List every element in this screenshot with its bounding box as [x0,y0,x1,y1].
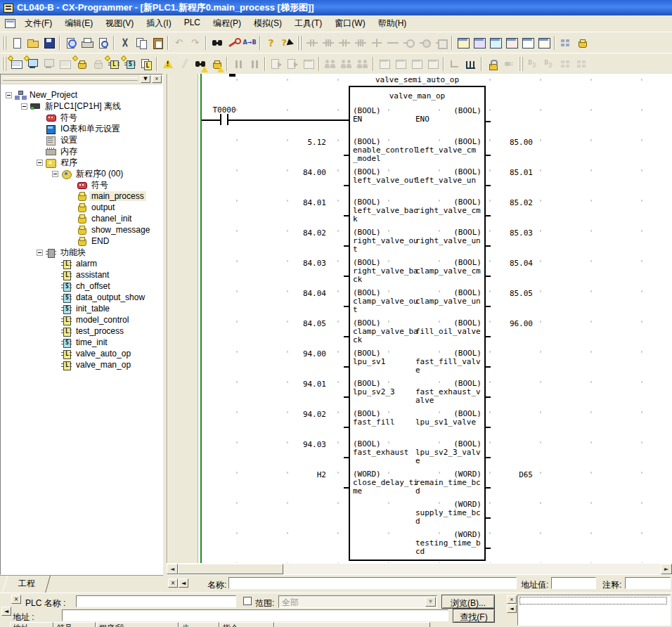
transfer-to-plc-button[interactable] [268,56,284,72]
comment-field[interactable] [625,577,671,589]
output-address-85.01[interactable]: 85.01 [492,168,533,177]
tree-item--plc1-cp1h-[interactable]: 新PLC1[CP1H] 离线 [1,101,162,112]
tree-item-main_process[interactable]: main_process [1,190,162,202]
online-work-toggle-button[interactable] [176,56,192,72]
menu-item-9[interactable]: 帮助(H) [372,15,413,32]
cross-reference-report-button[interactable] [557,35,574,51]
time-chart-monitor-button[interactable] [463,56,479,72]
result-column-6[interactable] [274,622,430,627]
menu-item-8[interactable]: 窗口(W) [328,15,371,32]
find-address-field[interactable] [62,609,448,621]
save-project-button[interactable] [41,35,57,51]
menu-item-4[interactable]: PLC [178,15,207,32]
scope-dropdown[interactable]: 全部 ▼ [278,595,437,608]
tree-item-test_process[interactable]: test_process [1,325,162,337]
copy-button[interactable] [133,35,149,51]
paste-button[interactable] [149,35,165,51]
tree-item-valve_auto_op[interactable]: valve_auto_op [1,348,162,359]
input-address-84.01[interactable]: 84.01 [266,198,326,207]
compile-check-button[interactable] [160,56,176,72]
replace-button[interactable] [225,35,241,51]
document-window-icon[interactable] [5,19,15,28]
online-edit-send-button[interactable] [338,56,354,72]
operand-name-field[interactable] [228,577,517,589]
input-address-84.02[interactable]: 84.02 [266,228,326,238]
menu-item-5[interactable]: 编程(P) [207,15,247,32]
pause-button[interactable] [230,56,246,72]
view-symbol-table-button[interactable] [8,56,25,72]
toolbar-grip[interactable] [519,57,523,71]
result-column-3[interactable]: 程序/段 [96,622,179,627]
input-address-94.02[interactable]: 94.02 [266,410,326,419]
new-closed-coil-button[interactable] [417,35,433,51]
tree-expander-icon[interactable] [21,103,27,110]
dropdown-arrow-icon[interactable]: ▼ [425,597,436,607]
panel-grip[interactable] [3,77,138,81]
tree-item--[interactable]: 符号 [1,112,162,123]
io-comment-view-button[interactable] [574,35,590,51]
watch-prev-button[interactable]: ◄ [507,605,517,613]
result-column-2[interactable]: 符号 [53,622,96,627]
tree-item--[interactable]: 符号 [1,179,162,190]
set-protection-button[interactable] [484,56,500,72]
cut-button[interactable] [117,35,133,51]
new-horizontal-line-button[interactable] [385,35,401,51]
program-check-options-button[interactable] [208,56,224,72]
pause-with-trigger-button[interactable] [246,56,262,72]
show-diagram-window-button[interactable] [455,35,471,51]
context-help-button[interactable] [279,35,295,51]
watch-list[interactable] [517,595,671,626]
tree-item--[interactable]: 功能块 [1,247,162,258]
menu-item-6[interactable]: 模拟(S) [247,15,288,32]
input-address-84.00[interactable]: 84.00 [266,168,326,177]
find-button[interactable] [209,35,225,51]
tree-expander-icon[interactable] [6,92,12,98]
differential-monitor-button[interactable] [446,56,463,72]
menu-item-2[interactable]: 视图(V) [99,15,140,32]
compare-with-plc-button[interactable] [300,56,316,72]
output-address-96.00[interactable]: 96.00 [492,319,533,328]
result-column-1[interactable]: 地址 [10,622,53,627]
input-address-84.03[interactable]: 84.03 [266,259,326,268]
input-address-84.05[interactable]: 84.05 [266,319,326,328]
tree-item-show_message[interactable]: show_message [1,224,162,235]
output-address-D65[interactable]: D65 [492,470,533,479]
new-contact-button[interactable] [304,35,320,51]
tree-item--0-00-[interactable]: 新程序0 (00) [1,168,162,179]
output-address-85.02[interactable]: 85.02 [492,198,533,207]
plc-name-field[interactable] [76,595,236,607]
monitor-hex-button[interactable] [408,56,425,72]
print-preview-button[interactable] [95,35,111,51]
tree-item-init_table[interactable]: init_table [1,303,162,314]
tree-item-data_output_show[interactable]: data_output_show [1,292,162,303]
toolbar-grip[interactable] [2,36,6,50]
tree-item-io-[interactable]: IO表和单元设置 [1,123,162,134]
print-button[interactable] [79,35,95,51]
data-trace-button[interactable] [525,56,541,72]
tree-item--[interactable]: 内存 [1,146,162,157]
change-all-button[interactable] [241,35,257,51]
tree-item--[interactable]: 程序 [1,157,162,168]
tree-item-ch_offset[interactable]: ch_offset [1,280,162,292]
scope-checkbox[interactable] [243,597,252,605]
io-table-button[interactable] [57,56,73,72]
watch-window-button[interactable] [487,35,503,51]
tree-item-output[interactable]: output [1,202,162,213]
contact-operand-label[interactable]: T0000 [206,105,243,115]
output-address-85.05[interactable]: 85.05 [492,289,533,298]
new-st-function-block-button[interactable] [122,56,138,72]
tree-item-valve_man_op[interactable]: valve_man_op [1,359,162,370]
tree-expander-icon[interactable] [52,171,58,177]
ladder-canvas[interactable]: T0000 valve_semi_auto_op valve_man_op (B… [167,74,672,563]
tree-item-end[interactable]: END [1,235,162,247]
scroll-right-button[interactable]: ► [661,564,672,574]
output-address-85.04[interactable]: 85.04 [492,259,533,268]
work-online-button[interactable] [25,56,41,72]
tab-project[interactable]: 工程 [2,576,51,593]
tree-item-assistant[interactable]: assistant [1,269,162,280]
toolbar-grip[interactable] [2,57,6,71]
trace-settings-button[interactable] [557,56,574,72]
tree-item--[interactable]: 设置 [1,134,162,146]
monitor-button[interactable] [376,56,392,72]
scroll-track[interactable] [283,564,661,574]
